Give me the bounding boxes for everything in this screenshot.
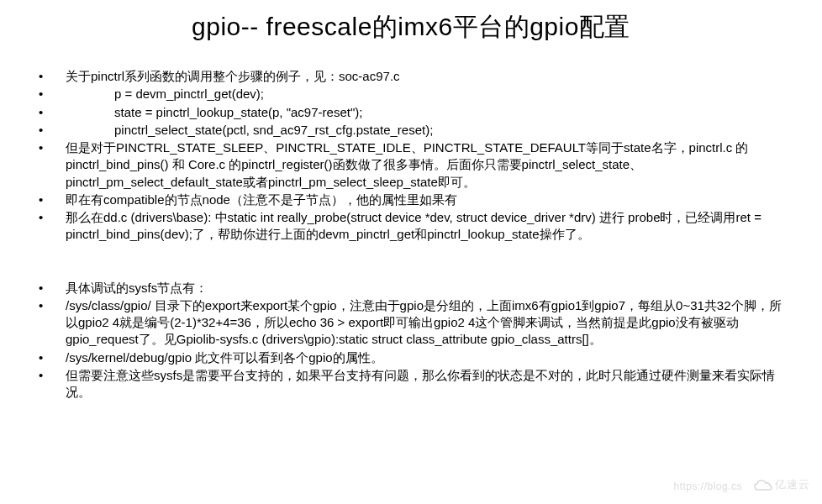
list-item: /sys/class/gpio/ 目录下的export来export某个gpio… [34, 297, 788, 349]
bullet-text: 即在有compatible的节点node（注意不是子节点），他的属性里如果有 [66, 192, 457, 207]
bullet-text: 具体调试的sysfs节点有： [66, 281, 208, 295]
bullet-list-1: 关于pinctrl系列函数的调用整个步骤的例子，见：soc-ac97.c p =… [34, 68, 788, 244]
list-item: 那么在dd.c (drivers\base): 中static int real… [34, 209, 788, 244]
list-item: pinctrl_select_state(pctl, snd_ac97_rst_… [34, 122, 788, 139]
list-item: 具体调试的sysfs节点有： [34, 280, 788, 297]
list-item: state = pinctrl_lookup_state(p, "ac97-re… [34, 104, 788, 121]
list-item: 但是对于PINCTRL_STATE_SLEEP、PINCTRL_STATE_ID… [34, 139, 788, 191]
slide-title: gpio-- freescale的imx6平台的gpio配置 [34, 10, 788, 45]
cloud-icon [753, 479, 773, 492]
bullet-text: 但是对于PINCTRL_STATE_SLEEP、PINCTRL_STATE_ID… [66, 140, 748, 189]
list-item: 但需要注意这些sysfs是需要平台支持的，如果平台支持有问题，那么你看到的状态是… [34, 367, 788, 402]
watermark-logo: 亿速云 [753, 474, 812, 497]
watermark-brand: 亿速云 [775, 477, 810, 492]
bullet-text: state = pinctrl_lookup_state(p, "ac97-re… [66, 105, 362, 119]
bullet-text: 关于pinctrl系列函数的调用整个步骤的例子，见：soc-ac97.c [66, 69, 400, 83]
list-item: 关于pinctrl系列函数的调用整个步骤的例子，见：soc-ac97.c [34, 68, 788, 85]
watermark-url: https://blog.cs [673, 480, 742, 492]
bullet-text: /sys/kernel/debug/gpio 此文件可以看到各个gpio的属性。 [66, 350, 383, 365]
bullet-text: pinctrl_select_state(pctl, snd_ac97_rst_… [66, 123, 433, 137]
bullet-text: /sys/class/gpio/ 目录下的export来export某个gpio… [66, 298, 782, 347]
list-item: p = devm_pinctrl_get(dev); [34, 86, 788, 102]
bullet-text: 那么在dd.c (drivers\base): 中static int real… [66, 210, 761, 241]
list-item: /sys/kernel/debug/gpio 此文件可以看到各个gpio的属性。 [34, 349, 788, 366]
slide-content: gpio-- freescale的imx6平台的gpio配置 关于pinctrl… [0, 0, 822, 418]
bullet-text: 但需要注意这些sysfs是需要平台支持的，如果平台支持有问题，那么你看到的状态是… [66, 368, 775, 399]
bullet-list-2: 具体调试的sysfs节点有： /sys/class/gpio/ 目录下的expo… [34, 280, 788, 402]
list-item: 即在有compatible的节点node（注意不是子节点），他的属性里如果有 [34, 192, 788, 208]
section-spacer [34, 244, 788, 280]
bullet-text: p = devm_pinctrl_get(dev); [66, 87, 264, 101]
